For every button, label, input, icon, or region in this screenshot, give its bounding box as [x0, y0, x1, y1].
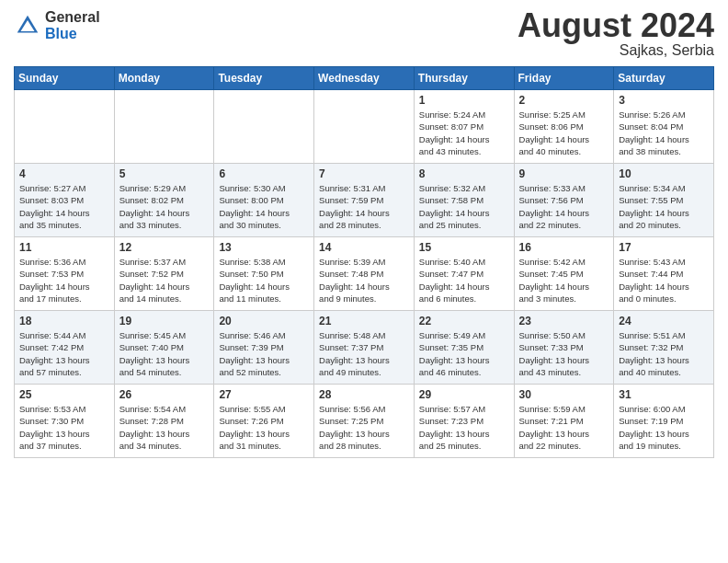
- day-number: 17: [619, 241, 709, 254]
- day-info: Sunrise: 5:46 AM Sunset: 7:39 PM Dayligh…: [219, 329, 309, 378]
- day-number: 26: [119, 388, 210, 401]
- calendar-cell: 8Sunrise: 5:32 AM Sunset: 7:58 PM Daylig…: [414, 164, 514, 237]
- weekday-header-wednesday: Wednesday: [314, 67, 415, 90]
- calendar-cell: 29Sunrise: 5:57 AM Sunset: 7:23 PM Dayli…: [414, 385, 514, 458]
- day-number: 11: [19, 241, 109, 254]
- day-info: Sunrise: 5:34 AM Sunset: 7:55 PM Dayligh…: [619, 182, 709, 231]
- day-number: 13: [219, 241, 309, 254]
- day-number: 9: [519, 167, 609, 180]
- calendar-cell: 3Sunrise: 5:26 AM Sunset: 8:04 PM Daylig…: [614, 90, 714, 164]
- day-number: 27: [219, 388, 309, 401]
- calendar-cell: 26Sunrise: 5:54 AM Sunset: 7:28 PM Dayli…: [114, 385, 214, 458]
- day-info: Sunrise: 5:40 AM Sunset: 7:47 PM Dayligh…: [419, 256, 509, 304]
- logo-general: General: [45, 9, 100, 26]
- day-number: 31: [619, 388, 709, 401]
- day-number: 14: [319, 241, 409, 254]
- day-info: Sunrise: 5:39 AM Sunset: 7:48 PM Dayligh…: [319, 256, 409, 304]
- day-number: 5: [119, 167, 210, 180]
- calendar-table: SundayMondayTuesdayWednesdayThursdayFrid…: [14, 66, 714, 458]
- calendar-cell: 10Sunrise: 5:34 AM Sunset: 7:55 PM Dayli…: [614, 164, 714, 237]
- calendar-cell: 7Sunrise: 5:31 AM Sunset: 7:59 PM Daylig…: [314, 164, 415, 237]
- day-number: 24: [619, 315, 709, 327]
- day-info: Sunrise: 5:25 AM Sunset: 8:06 PM Dayligh…: [519, 109, 609, 157]
- calendar-week-5: 25Sunrise: 5:53 AM Sunset: 7:30 PM Dayli…: [15, 385, 714, 458]
- day-info: Sunrise: 5:57 AM Sunset: 7:23 PM Dayligh…: [419, 403, 509, 452]
- weekday-header-sunday: Sunday: [15, 67, 115, 90]
- day-number: 21: [319, 315, 409, 327]
- logo-blue: Blue: [45, 26, 100, 42]
- title-block: August 2024 Sajkas, Serbia: [518, 9, 714, 59]
- calendar-cell: [214, 90, 314, 164]
- day-info: Sunrise: 5:48 AM Sunset: 7:37 PM Dayligh…: [319, 329, 409, 378]
- day-info: Sunrise: 5:26 AM Sunset: 8:04 PM Dayligh…: [619, 109, 709, 157]
- calendar-cell: 9Sunrise: 5:33 AM Sunset: 7:56 PM Daylig…: [514, 164, 614, 237]
- day-number: 3: [619, 94, 709, 107]
- calendar-cell: 5Sunrise: 5:29 AM Sunset: 8:02 PM Daylig…: [114, 164, 214, 237]
- day-info: Sunrise: 5:33 AM Sunset: 7:56 PM Dayligh…: [519, 182, 609, 231]
- calendar-cell: 17Sunrise: 5:43 AM Sunset: 7:44 PM Dayli…: [614, 237, 714, 311]
- calendar-cell: 16Sunrise: 5:42 AM Sunset: 7:45 PM Dayli…: [514, 237, 614, 311]
- day-info: Sunrise: 6:00 AM Sunset: 7:19 PM Dayligh…: [619, 403, 709, 452]
- weekday-header-tuesday: Tuesday: [214, 67, 314, 90]
- day-info: Sunrise: 5:36 AM Sunset: 7:53 PM Dayligh…: [19, 256, 109, 304]
- calendar-cell: 21Sunrise: 5:48 AM Sunset: 7:37 PM Dayli…: [314, 311, 415, 385]
- calendar-cell: 25Sunrise: 5:53 AM Sunset: 7:30 PM Dayli…: [15, 385, 115, 458]
- day-number: 15: [419, 241, 509, 254]
- weekday-header-thursday: Thursday: [414, 67, 514, 90]
- calendar-cell: 28Sunrise: 5:56 AM Sunset: 7:25 PM Dayli…: [314, 385, 415, 458]
- weekday-header-friday: Friday: [514, 67, 614, 90]
- day-info: Sunrise: 5:31 AM Sunset: 7:59 PM Dayligh…: [319, 182, 409, 231]
- day-info: Sunrise: 5:56 AM Sunset: 7:25 PM Dayligh…: [319, 403, 409, 452]
- day-info: Sunrise: 5:51 AM Sunset: 7:32 PM Dayligh…: [619, 329, 709, 378]
- day-number: 20: [219, 315, 309, 327]
- calendar-cell: 12Sunrise: 5:37 AM Sunset: 7:52 PM Dayli…: [114, 237, 214, 311]
- day-info: Sunrise: 5:24 AM Sunset: 8:07 PM Dayligh…: [419, 109, 509, 157]
- day-info: Sunrise: 5:55 AM Sunset: 7:26 PM Dayligh…: [219, 403, 309, 452]
- day-number: 19: [119, 315, 210, 327]
- calendar-cell: 4Sunrise: 5:27 AM Sunset: 8:03 PM Daylig…: [15, 164, 115, 237]
- day-number: 2: [519, 94, 609, 107]
- calendar-week-1: 1Sunrise: 5:24 AM Sunset: 8:07 PM Daylig…: [15, 90, 714, 164]
- calendar-cell: 31Sunrise: 6:00 AM Sunset: 7:19 PM Dayli…: [614, 385, 714, 458]
- day-info: Sunrise: 5:43 AM Sunset: 7:44 PM Dayligh…: [619, 256, 709, 304]
- calendar-cell: [314, 90, 415, 164]
- day-info: Sunrise: 5:49 AM Sunset: 7:35 PM Dayligh…: [419, 329, 509, 378]
- day-info: Sunrise: 5:37 AM Sunset: 7:52 PM Dayligh…: [119, 256, 210, 304]
- day-number: 23: [519, 315, 609, 327]
- day-number: 1: [419, 94, 509, 107]
- day-info: Sunrise: 5:30 AM Sunset: 8:00 PM Dayligh…: [219, 182, 309, 231]
- day-number: 28: [319, 388, 409, 401]
- calendar-cell: 22Sunrise: 5:49 AM Sunset: 7:35 PM Dayli…: [414, 311, 514, 385]
- day-number: 12: [119, 241, 210, 254]
- calendar-cell: 1Sunrise: 5:24 AM Sunset: 8:07 PM Daylig…: [414, 90, 514, 164]
- calendar-cell: 30Sunrise: 5:59 AM Sunset: 7:21 PM Dayli…: [514, 385, 614, 458]
- month-title: August 2024: [518, 9, 714, 42]
- day-number: 22: [419, 315, 509, 327]
- day-info: Sunrise: 5:42 AM Sunset: 7:45 PM Dayligh…: [519, 256, 609, 304]
- day-info: Sunrise: 5:59 AM Sunset: 7:21 PM Dayligh…: [519, 403, 609, 452]
- calendar-cell: 13Sunrise: 5:38 AM Sunset: 7:50 PM Dayli…: [214, 237, 314, 311]
- day-number: 6: [219, 167, 309, 180]
- page-header: General Blue August 2024 Sajkas, Serbia: [14, 9, 714, 59]
- weekday-header-row: SundayMondayTuesdayWednesdayThursdayFrid…: [15, 67, 714, 90]
- calendar-week-4: 18Sunrise: 5:44 AM Sunset: 7:42 PM Dayli…: [15, 311, 714, 385]
- calendar-week-2: 4Sunrise: 5:27 AM Sunset: 8:03 PM Daylig…: [15, 164, 714, 237]
- day-info: Sunrise: 5:32 AM Sunset: 7:58 PM Dayligh…: [419, 182, 509, 231]
- day-info: Sunrise: 5:44 AM Sunset: 7:42 PM Dayligh…: [19, 329, 109, 378]
- day-info: Sunrise: 5:50 AM Sunset: 7:33 PM Dayligh…: [519, 329, 609, 378]
- day-number: 25: [19, 388, 109, 401]
- day-number: 4: [19, 167, 109, 180]
- calendar-cell: 23Sunrise: 5:50 AM Sunset: 7:33 PM Dayli…: [514, 311, 614, 385]
- day-info: Sunrise: 5:54 AM Sunset: 7:28 PM Dayligh…: [119, 403, 210, 452]
- logo: General Blue: [14, 9, 100, 41]
- calendar-cell: 18Sunrise: 5:44 AM Sunset: 7:42 PM Dayli…: [15, 311, 115, 385]
- day-info: Sunrise: 5:45 AM Sunset: 7:40 PM Dayligh…: [119, 329, 210, 378]
- day-number: 7: [319, 167, 409, 180]
- day-number: 30: [519, 388, 609, 401]
- day-number: 16: [519, 241, 609, 254]
- calendar-cell: [15, 90, 115, 164]
- calendar-cell: 11Sunrise: 5:36 AM Sunset: 7:53 PM Dayli…: [15, 237, 115, 311]
- calendar-cell: 24Sunrise: 5:51 AM Sunset: 7:32 PM Dayli…: [614, 311, 714, 385]
- weekday-header-saturday: Saturday: [614, 67, 714, 90]
- calendar-cell: 27Sunrise: 5:55 AM Sunset: 7:26 PM Dayli…: [214, 385, 314, 458]
